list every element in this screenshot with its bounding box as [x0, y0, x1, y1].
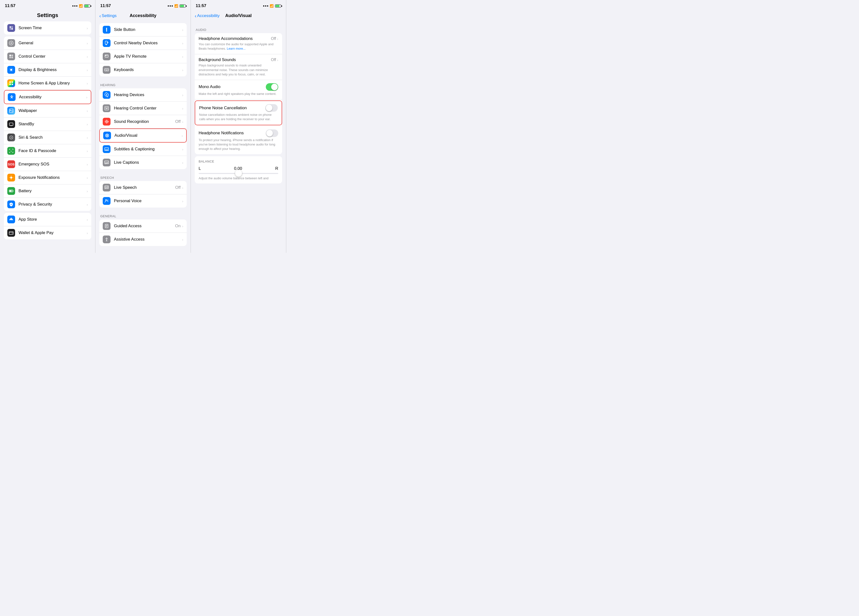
chevron-siri: ›: [87, 136, 88, 140]
balance-track[interactable]: [198, 173, 278, 174]
wifi-icon-m: 📶: [174, 4, 178, 8]
menu-item-live-speech[interactable]: Live Speech Off ›: [99, 181, 187, 194]
chevron-live-captions: ›: [182, 161, 183, 165]
menu-item-live-captions[interactable]: Live Captions ›: [99, 156, 187, 169]
guided-icon: [103, 222, 111, 230]
headphone-acc-value: Off: [271, 36, 276, 41]
mono-audio-toggle[interactable]: [266, 83, 278, 91]
middle-group-speech: Live Speech Off › Personal Voice ›: [99, 181, 187, 207]
menu-item-personal-voice[interactable]: Personal Voice ›: [99, 194, 187, 207]
svg-rect-63: [106, 120, 107, 124]
hearing-section-header: HEARING: [99, 78, 187, 88]
menu-item-audiovisual[interactable]: Audio/Visual ›: [99, 128, 187, 143]
svg-rect-59: [106, 108, 107, 108]
menu-item-side-button[interactable]: Side Button ›: [99, 23, 187, 36]
phone-noise-row: Phone Noise Cancellation: [199, 104, 278, 112]
mono-audio-row: Mono Audio: [198, 83, 278, 91]
headphone-notif-row: Headphone Notifications: [198, 129, 278, 137]
sidebar-item-faceid[interactable]: Face ID & Passcode ›: [4, 144, 91, 158]
sidebar-item-appstore[interactable]: App Store ›: [4, 213, 91, 226]
menu-item-hearing-devices[interactable]: Hearing Devices ›: [99, 88, 187, 102]
chevron-subtitles: ›: [182, 147, 183, 151]
status-icons-left: 📶: [72, 4, 90, 8]
sidebar-item-privacy[interactable]: Privacy & Security ›: [4, 198, 91, 211]
chevron-keyboards: ›: [182, 68, 183, 72]
back-accessibility-button[interactable]: ‹ Accessibility: [195, 13, 220, 18]
status-icons-right: 📶: [263, 4, 281, 8]
personal-voice-icon: [103, 197, 111, 205]
svg-point-68: [106, 135, 108, 136]
headphone-acc-row: Headphone Accommodations Off ›: [198, 36, 278, 41]
sidebar-item-battery[interactable]: Battery ›: [4, 184, 91, 198]
svg-point-46: [107, 42, 108, 43]
display-label: Display & Brightness: [19, 67, 87, 72]
left-group-main: General › Control Center › Display & Bri…: [4, 36, 91, 211]
chevron-live-speech: ›: [182, 186, 183, 190]
right-header: ‹ Accessibility Audio/Visual: [191, 10, 286, 23]
av-item-mono-audio: Mono Audio Make the left and right speak…: [195, 80, 282, 100]
menu-item-assistive[interactable]: Assistive Access ›: [99, 233, 187, 246]
general-label: General: [19, 41, 87, 45]
sidebar-item-general[interactable]: General ›: [4, 36, 91, 50]
privacy-label: Privacy & Security: [19, 202, 87, 207]
headphone-notif-toggle[interactable]: [266, 129, 278, 137]
sidebar-item-accessibility[interactable]: Accessibility ›: [4, 90, 91, 104]
menu-item-control-nearby[interactable]: Control Nearby Devices ›: [99, 36, 187, 50]
chevron-control-center: ›: [87, 55, 88, 59]
wallpaper-label: Wallpaper: [19, 108, 87, 113]
exposure-label: Exposure Notifications: [19, 175, 87, 180]
sidebar-item-wallet[interactable]: Wallet & Apple Pay ›: [4, 226, 91, 239]
accessibility-label: Accessibility: [19, 95, 86, 100]
signal-dots-r: [263, 5, 268, 6]
svg-rect-19: [12, 81, 13, 83]
sidebar-item-wallpaper[interactable]: Wallpaper ›: [4, 104, 91, 117]
av-item-headphone-acc[interactable]: Headphone Accommodations Off › You can c…: [195, 33, 282, 54]
emergency-icon: SOS: [7, 160, 15, 168]
status-bar-left: 11:57 📶: [0, 0, 95, 10]
svg-rect-66: [108, 121, 109, 122]
sound-rec-icon: [103, 118, 111, 126]
menu-item-keyboards[interactable]: Keyboards ›: [99, 63, 187, 76]
sidebar-item-display[interactable]: Display & Brightness ›: [4, 63, 91, 76]
chevron-standby: ›: [87, 122, 88, 126]
sidebar-item-control-center[interactable]: Control Center ›: [4, 50, 91, 63]
sidebar-item-standby[interactable]: StandBy ›: [4, 117, 91, 131]
svg-rect-78: [105, 186, 109, 189]
chevron-wallpaper: ›: [87, 109, 88, 113]
svg-rect-20: [9, 84, 11, 85]
svg-rect-53: [107, 69, 107, 70]
keyboards-label: Keyboards: [114, 67, 182, 72]
subtitles-icon: [103, 145, 111, 153]
menu-item-guided-access[interactable]: Guided Access On ›: [99, 220, 187, 233]
appletv-icon: [103, 53, 111, 60]
svg-rect-1: [11, 26, 13, 28]
wifi-icon-r: 📶: [270, 4, 273, 8]
chevron-battery: ›: [87, 189, 88, 193]
back-settings-button[interactable]: ‹ Settings: [99, 13, 117, 18]
svg-rect-47: [105, 55, 108, 57]
sidebar-item-screen-time[interactable]: Screen Time ›: [4, 22, 91, 34]
phone-noise-desc: Noise cancellation reduces ambient noise…: [199, 113, 278, 122]
balance-desc: Adjust the audio volume balance between …: [198, 176, 278, 180]
learn-more-link[interactable]: Learn more...: [227, 47, 245, 50]
sidebar-item-exposure[interactable]: Exposure Notifications ›: [4, 171, 91, 184]
phone-noise-label: Phone Noise Cancellation: [199, 106, 247, 111]
sidebar-item-emergency[interactable]: SOS Emergency SOS ›: [4, 158, 91, 171]
menu-item-appletv[interactable]: Apple TV Remote ›: [99, 50, 187, 63]
left-scroll: Screen Time › General › Control Center ›: [0, 22, 95, 253]
wallet-icon: [7, 229, 15, 237]
menu-item-sound-recognition[interactable]: Sound Recognition Off ›: [99, 115, 187, 128]
sidebar-item-siri[interactable]: Siri & Search ›: [4, 131, 91, 144]
sidebar-item-home-screen[interactable]: Home Screen & App Library ›: [4, 76, 91, 90]
svg-point-24: [10, 110, 11, 111]
left-panel: 11:57 📶 Settings Screen Time ›: [0, 0, 95, 253]
menu-item-subtitles[interactable]: Subtitles & Captioning ›: [99, 143, 187, 156]
chevron-wallet: ›: [87, 231, 88, 235]
phone-noise-toggle[interactable]: [266, 104, 278, 112]
back-chevron-r: ‹: [195, 13, 197, 18]
headphone-notif-knob: [266, 130, 273, 136]
balance-thumb[interactable]: [235, 170, 242, 177]
menu-item-hearing-control[interactable]: Hearing Control Center ›: [99, 102, 187, 115]
av-item-background-sounds[interactable]: Background Sounds Off › Plays background…: [195, 54, 282, 80]
svg-rect-52: [106, 69, 106, 70]
